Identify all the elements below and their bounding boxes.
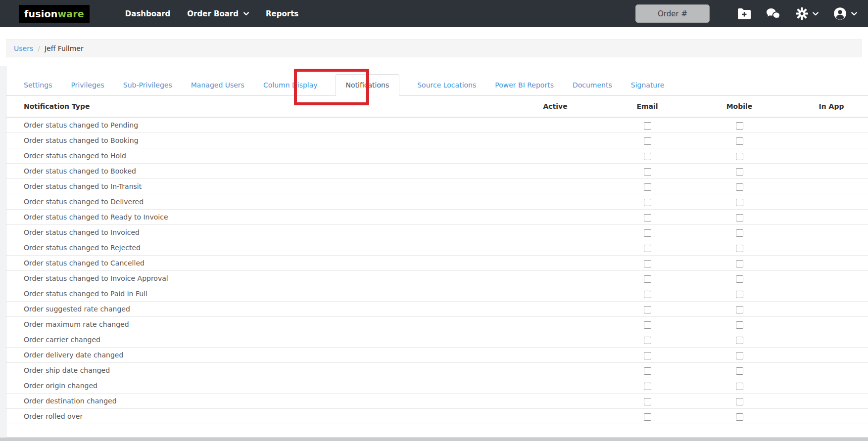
email-checkbox[interactable]: [644, 383, 651, 390]
email-checkbox[interactable]: [644, 321, 651, 329]
mobile-checkbox[interactable]: [736, 337, 743, 344]
email-checkbox[interactable]: [644, 291, 651, 298]
mobile-checkbox[interactable]: [736, 275, 743, 283]
email-cell: [601, 167, 693, 176]
mobile-checkbox[interactable]: [736, 352, 743, 359]
user-icon: [833, 7, 847, 20]
tab-column-display[interactable]: Column Display: [262, 75, 319, 95]
mobile-cell: [693, 366, 785, 375]
email-checkbox[interactable]: [644, 337, 651, 344]
table-row: Order status changed to Pending: [6, 118, 868, 133]
mobile-checkbox[interactable]: [736, 260, 743, 267]
tab-sub-privileges[interactable]: Sub-Privileges: [122, 75, 173, 95]
mobile-cell: [693, 381, 785, 391]
email-cell: [601, 121, 693, 130]
mobile-checkbox[interactable]: [736, 291, 743, 298]
mobile-cell: [693, 213, 785, 222]
email-checkbox[interactable]: [644, 137, 651, 145]
mobile-checkbox[interactable]: [736, 199, 743, 206]
email-checkbox[interactable]: [644, 398, 651, 405]
table-row: Order status changed to Booking: [6, 133, 868, 148]
mobile-cell: [693, 197, 785, 207]
mobile-cell: [693, 305, 785, 314]
mobile-checkbox[interactable]: [736, 245, 743, 252]
folder-plus-icon[interactable]: [737, 8, 751, 19]
mobile-cell: [693, 289, 785, 299]
email-checkbox[interactable]: [644, 260, 651, 267]
table-row: Order rolled over: [6, 409, 868, 424]
email-checkbox[interactable]: [644, 413, 651, 421]
mobile-checkbox[interactable]: [736, 153, 743, 160]
email-cell: [601, 259, 693, 268]
tab-settings[interactable]: Settings: [23, 75, 53, 95]
tab-managed-users[interactable]: Managed Users: [190, 75, 245, 95]
email-checkbox[interactable]: [644, 245, 651, 252]
chevron-down-icon: [851, 12, 857, 16]
email-cell: [601, 289, 693, 299]
nav-item-order-board[interactable]: Order Board: [187, 9, 249, 18]
tab-documents[interactable]: Documents: [572, 75, 613, 95]
mobile-checkbox[interactable]: [736, 183, 743, 191]
mobile-checkbox[interactable]: [736, 168, 743, 176]
email-checkbox[interactable]: [644, 214, 651, 221]
breadcrumb-users-link[interactable]: Users: [14, 44, 33, 52]
nav-item-dashboard[interactable]: Dashboard: [125, 9, 170, 18]
mobile-checkbox[interactable]: [736, 321, 743, 329]
email-checkbox[interactable]: [644, 275, 651, 283]
tab-privileges[interactable]: Privileges: [70, 75, 105, 95]
tab-notifications[interactable]: Notifications: [336, 74, 400, 96]
email-checkbox[interactable]: [644, 229, 651, 237]
tab-bar: SettingsPrivilegesSub-PrivilegesManaged …: [6, 66, 868, 96]
email-checkbox[interactable]: [644, 199, 651, 206]
table-row: Order status changed to Booked: [6, 164, 868, 179]
breadcrumb-current-user: Jeff Fullmer: [45, 44, 84, 52]
notification-type-cell: Order status changed to Booking: [6, 136, 509, 144]
notification-type-cell: Order status changed to Hold: [6, 152, 509, 160]
mobile-checkbox[interactable]: [736, 122, 743, 130]
email-checkbox[interactable]: [644, 352, 651, 359]
mobile-checkbox[interactable]: [736, 398, 743, 405]
chat-icon[interactable]: [766, 7, 781, 20]
email-checkbox[interactable]: [644, 183, 651, 191]
mobile-checkbox[interactable]: [736, 413, 743, 421]
email-cell: [601, 197, 693, 207]
mobile-checkbox[interactable]: [736, 229, 743, 237]
gear-menu[interactable]: [796, 7, 819, 20]
email-cell: [601, 305, 693, 314]
mobile-cell: [693, 167, 785, 176]
email-checkbox[interactable]: [644, 367, 651, 375]
mobile-checkbox[interactable]: [736, 137, 743, 145]
app-logo[interactable]: fusionware: [19, 5, 90, 23]
mobile-checkbox[interactable]: [736, 367, 743, 375]
nav-item-reports[interactable]: Reports: [266, 9, 298, 18]
navbar-right-tools: [635, 4, 857, 23]
mobile-cell: [693, 151, 785, 161]
mobile-checkbox[interactable]: [736, 383, 743, 390]
mobile-cell: [693, 136, 785, 145]
tab-power-bi-reports[interactable]: Power BI Reports: [494, 75, 555, 95]
mobile-checkbox[interactable]: [736, 306, 743, 313]
notification-type-cell: Order rolled over: [6, 412, 509, 420]
column-header-active: Active: [509, 102, 601, 110]
email-cell: [601, 228, 693, 237]
notification-type-cell: Order delivery date changed: [6, 351, 509, 359]
mobile-checkbox[interactable]: [736, 214, 743, 221]
notification-type-cell: Order status changed to Rejected: [6, 244, 509, 252]
email-cell: [601, 381, 693, 391]
notification-type-cell: Order status changed to Cancelled: [6, 259, 509, 267]
email-cell: [601, 274, 693, 283]
user-settings-card: SettingsPrivilegesSub-PrivilegesManaged …: [6, 66, 868, 438]
logo-text-accent: ware: [57, 8, 84, 19]
mobile-cell: [693, 320, 785, 329]
order-number-input[interactable]: [635, 4, 710, 23]
email-checkbox[interactable]: [644, 306, 651, 313]
user-menu[interactable]: [833, 7, 857, 20]
email-checkbox[interactable]: [644, 122, 651, 130]
tab-source-locations[interactable]: Source Locations: [416, 75, 477, 95]
email-checkbox[interactable]: [644, 153, 651, 160]
email-cell: [601, 397, 693, 406]
chevron-down-icon: [813, 12, 819, 16]
column-header-email: Email: [601, 102, 693, 110]
email-checkbox[interactable]: [644, 168, 651, 176]
tab-signature[interactable]: Signature: [630, 75, 666, 95]
